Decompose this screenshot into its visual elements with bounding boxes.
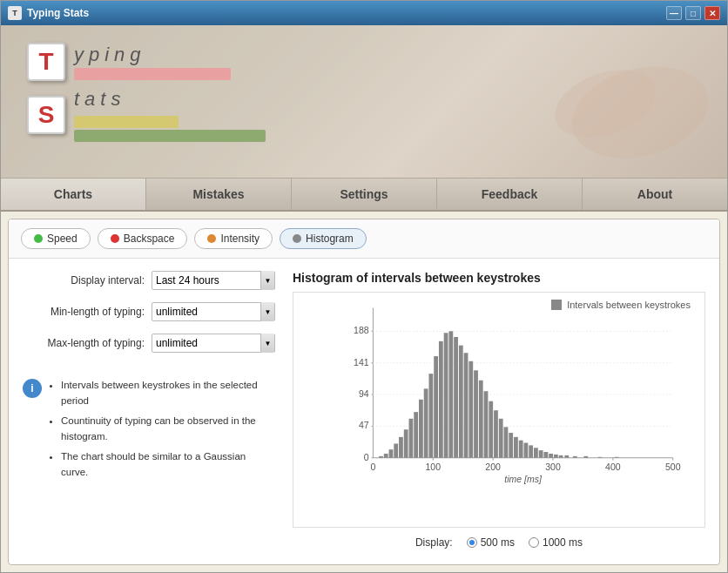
nav-item-mistakes[interactable]: Mistakes [146, 179, 292, 210]
letter-s-box: S [27, 96, 65, 134]
speed-dot [34, 234, 43, 243]
tab-intensity[interactable]: Intensity [194, 228, 273, 249]
app-icon: T [8, 6, 22, 20]
svg-rect-30 [384, 454, 388, 458]
svg-rect-41 [439, 341, 443, 458]
svg-rect-68 [583, 456, 588, 458]
svg-rect-48 [474, 370, 478, 457]
tab-intensity-label: Intensity [220, 233, 260, 245]
radio-500ms-label: 500 ms [481, 536, 515, 549]
svg-text:300: 300 [545, 462, 561, 472]
svg-rect-44 [454, 337, 458, 458]
svg-rect-29 [379, 456, 383, 458]
min-length-select[interactable]: unlimited ▼ [152, 302, 275, 321]
svg-rect-63 [549, 454, 553, 458]
radio-1000ms-label: 1000 ms [543, 536, 583, 549]
nav-item-feedback[interactable]: Feedback [437, 179, 583, 210]
display-row: Display: 500 ms 1000 ms [293, 528, 705, 552]
display-interval-select[interactable]: Last 24 hours ▼ [152, 271, 275, 290]
bar-red [74, 68, 231, 80]
nav-item-settings[interactable]: Settings [292, 179, 437, 210]
svg-rect-59 [529, 445, 533, 457]
svg-rect-56 [514, 437, 518, 458]
display-interval-label: Display interval: [23, 274, 145, 286]
letter-t-box: T [27, 43, 65, 81]
bar-yellow [74, 116, 179, 128]
svg-rect-58 [524, 443, 529, 458]
display-interval-row: Display interval: Last 24 hours ▼ [23, 271, 275, 290]
svg-text:47: 47 [359, 420, 369, 430]
svg-text:141: 141 [354, 357, 369, 367]
svg-text:500: 500 [665, 462, 681, 472]
maximize-button[interactable]: □ [685, 6, 701, 20]
nav-bar: Charts Mistakes Settings Feedback About [1, 178, 727, 212]
tab-histogram-label: Histogram [306, 233, 354, 245]
svg-rect-36 [414, 412, 418, 458]
svg-rect-50 [484, 391, 489, 458]
svg-rect-54 [504, 427, 509, 457]
close-button[interactable]: ✕ [704, 6, 720, 20]
svg-rect-42 [444, 333, 448, 457]
legend-box [551, 300, 562, 310]
minimize-button[interactable]: — [666, 6, 682, 20]
svg-rect-33 [399, 437, 403, 458]
main-window: T Typing Stats — □ ✕ T yping [0, 0, 728, 573]
svg-rect-53 [499, 419, 503, 458]
svg-rect-57 [519, 441, 523, 458]
max-length-value: unlimited [156, 337, 198, 349]
svg-rect-69 [598, 457, 603, 458]
radio-500ms[interactable]: 500 ms [467, 536, 515, 549]
tabs-row: Speed Backspace Intensity Histogram [9, 219, 719, 259]
svg-rect-52 [494, 410, 498, 458]
svg-rect-37 [419, 400, 423, 458]
info-icon: i [23, 379, 42, 398]
svg-text:0: 0 [370, 462, 375, 472]
radio-1000ms[interactable]: 1000 ms [529, 536, 583, 549]
display-interval-value: Last 24 hours [156, 274, 219, 286]
max-length-select[interactable]: unlimited ▼ [152, 334, 275, 353]
display-label: Display: [415, 536, 453, 549]
tab-histogram[interactable]: Histogram [280, 228, 367, 249]
max-length-arrow: ▼ [260, 334, 274, 353]
svg-rect-51 [489, 401, 493, 458]
histogram-chart: 0 47 94 141 188 [332, 300, 698, 491]
window-title: Typing Stats [27, 7, 666, 19]
backspace-dot [111, 234, 119, 243]
word2-letters: tats [74, 88, 266, 111]
word1-container: yping [74, 44, 231, 80]
letter-s: S [38, 101, 55, 129]
tab-backspace[interactable]: Backspace [98, 228, 188, 249]
max-length-label: Max-length of typing: [23, 337, 145, 349]
typing-row-2: S tats [27, 88, 266, 142]
svg-rect-31 [389, 449, 394, 458]
svg-rect-34 [404, 429, 408, 458]
tab-speed[interactable]: Speed [21, 228, 91, 249]
nav-item-about[interactable]: About [583, 179, 727, 210]
chart-title: Histogram of intervals between keystroke… [293, 271, 705, 285]
svg-text:0: 0 [364, 452, 369, 462]
svg-text:100: 100 [425, 462, 441, 472]
svg-text:time [ms]: time [ms] [504, 474, 543, 484]
bullet-3: The chart should be similar to a Gaussia… [61, 448, 275, 481]
svg-rect-49 [479, 381, 483, 458]
word2-container: tats [74, 88, 266, 142]
main-content: Speed Backspace Intensity Histogram Disp… [8, 219, 720, 565]
bar-green [74, 130, 266, 142]
svg-rect-32 [394, 443, 398, 457]
legend-label: Intervals between keystrokes [567, 300, 691, 310]
right-panel: Histogram of intervals between keystroke… [293, 271, 705, 552]
min-length-arrow: ▼ [260, 302, 274, 321]
info-box: i Intervals between keystrokes in the se… [23, 370, 275, 483]
tab-backspace-label: Backspace [124, 233, 175, 245]
svg-rect-60 [534, 448, 538, 457]
radio-500ms-circle [467, 537, 477, 548]
svg-rect-65 [559, 455, 563, 458]
svg-rect-43 [448, 331, 453, 457]
nav-item-charts[interactable]: Charts [1, 179, 146, 210]
display-interval-arrow: ▼ [260, 271, 274, 290]
svg-text:94: 94 [359, 388, 369, 399]
svg-text:200: 200 [485, 462, 501, 472]
left-panel: Display interval: Last 24 hours ▼ Min-le… [23, 271, 275, 552]
min-length-label: Min-length of typing: [23, 306, 145, 318]
radio-1000ms-circle [529, 537, 539, 548]
